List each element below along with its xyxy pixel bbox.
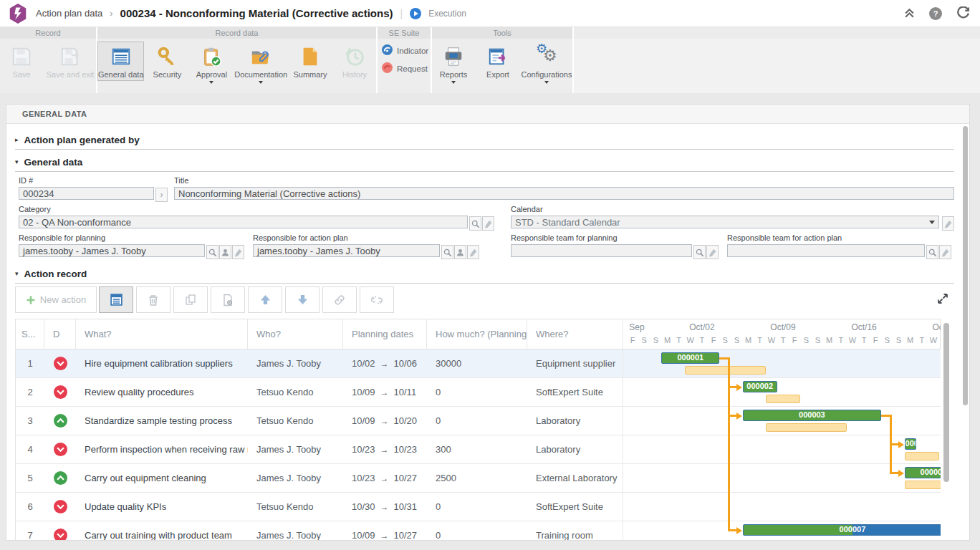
gantt-scrollbar[interactable] bbox=[943, 323, 949, 482]
gantt-bar-000001[interactable]: 000001 bbox=[661, 352, 719, 364]
id-input[interactable]: 000234 bbox=[19, 187, 154, 200]
column-header-d[interactable]: D bbox=[44, 319, 76, 349]
date-arrow-icon: → bbox=[380, 502, 389, 512]
ribbon-section-record-label: Record bbox=[0, 27, 96, 39]
collapse-header-icon[interactable] bbox=[904, 8, 915, 19]
responsible-team-for-action-plan-input[interactable] bbox=[727, 244, 925, 257]
status-icon-up bbox=[54, 471, 67, 485]
column-header-planningdates[interactable]: Planning dates bbox=[343, 319, 427, 349]
gantt-day-letter: S bbox=[638, 336, 650, 344]
category-input[interactable]: 02 - QA Non-conformance bbox=[19, 216, 468, 228]
reports-button[interactable]: Reports bbox=[432, 42, 475, 86]
save-button[interactable]: Save bbox=[0, 42, 43, 81]
cell-who: James J. Tooby bbox=[248, 435, 343, 463]
expand-gantt-icon[interactable] bbox=[936, 292, 949, 308]
gantt-day-letter: W bbox=[685, 336, 696, 344]
gantt-bar-000007[interactable]: 000007 bbox=[743, 524, 941, 536]
column-header-howmuchplanning[interactable]: How much? (Planning) bbox=[427, 319, 527, 349]
cell-status bbox=[44, 521, 76, 541]
request-button[interactable]: Request bbox=[382, 62, 428, 74]
section-general-data[interactable]: ▾ General data bbox=[15, 153, 954, 172]
datagrid-view-button[interactable] bbox=[99, 286, 133, 313]
copy-action-button[interactable] bbox=[173, 286, 208, 313]
indicator-button[interactable]: Indicator bbox=[382, 44, 428, 57]
arrow-up-icon bbox=[259, 294, 272, 306]
cell-who: Tetsuo Kendo bbox=[248, 407, 343, 435]
summary-tab[interactable]: Summary bbox=[289, 42, 332, 81]
gantt-bar-000005[interactable]: 000005 bbox=[905, 467, 941, 478]
new-action-button[interactable]: New action bbox=[15, 286, 97, 313]
resp-action-plan-user-icon[interactable] bbox=[454, 245, 466, 259]
move-down-button[interactable] bbox=[285, 286, 320, 313]
refresh-icon[interactable] bbox=[956, 6, 970, 20]
category-search-icon[interactable] bbox=[469, 216, 481, 231]
cell-sequence: 7 bbox=[16, 521, 44, 541]
gantt-day-letter: T bbox=[777, 336, 789, 344]
approval-tab[interactable]: Approval bbox=[190, 42, 233, 86]
calendar-select[interactable]: STD - Standard Calendar bbox=[511, 216, 939, 228]
approval-caret-icon bbox=[209, 81, 213, 84]
section-action-record[interactable]: ▾ Action record bbox=[15, 264, 954, 284]
gantt-link-arrow-icon bbox=[898, 441, 904, 448]
expanded-triangle-icon: ▾ bbox=[15, 158, 19, 165]
team-action-plan-search-icon[interactable] bbox=[926, 245, 938, 259]
move-up-button[interactable] bbox=[248, 286, 282, 313]
id-open-button[interactable]: › bbox=[155, 188, 168, 202]
resp-planning-user-icon[interactable] bbox=[219, 245, 231, 259]
unlink-actions-button[interactable] bbox=[360, 286, 394, 313]
title-input[interactable]: Nonconforming Material (Corrective actio… bbox=[174, 187, 954, 200]
gantt-bar-000004[interactable]: 000004 bbox=[905, 438, 916, 450]
cell-how-much: 0 bbox=[427, 521, 527, 541]
general-data-tab[interactable]: General data bbox=[97, 42, 144, 81]
column-header-who[interactable]: Who? bbox=[248, 319, 343, 349]
column-header-s[interactable]: S... bbox=[16, 319, 44, 349]
responsible-team-for-action-plan-field: Responsible team for action plan bbox=[727, 233, 925, 257]
cell-planning-dates: 10/09→10/11 bbox=[343, 378, 427, 406]
gantt-day-letter: S bbox=[650, 336, 661, 344]
save-and-exit-button[interactable]: Save and exit bbox=[44, 42, 96, 81]
resp-action-plan-search-icon[interactable] bbox=[441, 245, 453, 259]
section-title: Action record bbox=[24, 269, 87, 279]
link-actions-button[interactable] bbox=[322, 286, 357, 313]
column-header-what[interactable]: What? bbox=[76, 319, 248, 349]
page-scrollbar[interactable] bbox=[963, 126, 968, 405]
security-tab[interactable]: Security bbox=[145, 42, 188, 81]
responsible-for-action-plan-input[interactable]: james.tooby - James J. Tooby bbox=[253, 244, 440, 257]
expanded-triangle-icon: ▾ bbox=[15, 270, 19, 277]
help-icon[interactable]: ? bbox=[929, 7, 942, 20]
status-icon-down bbox=[54, 357, 67, 370]
column-header-where[interactable]: Where? bbox=[527, 319, 623, 349]
gantt-day-letter: T bbox=[696, 336, 708, 344]
team-planning-clear-icon[interactable] bbox=[706, 245, 719, 259]
execution-play-icon bbox=[410, 8, 421, 19]
configurations-button[interactable]: ⚙ ⚙ Configurations bbox=[521, 42, 572, 86]
ribbon-section-record-data-label: Record data bbox=[97, 27, 376, 39]
section-action-plan-generated-by[interactable]: ▸ Action plan generated by bbox=[15, 130, 954, 150]
resp-planning-search-icon[interactable] bbox=[206, 245, 218, 259]
resp-planning-clear-icon[interactable] bbox=[232, 245, 244, 259]
responsible-for-planning-input[interactable]: james.tooby - James J. Tooby bbox=[19, 244, 205, 257]
cell-what: Update quality KPIs bbox=[76, 493, 248, 521]
gantt-link-arrow-icon bbox=[736, 412, 742, 420]
team-planning-search-icon[interactable] bbox=[693, 245, 706, 259]
action-data-button[interactable] bbox=[211, 286, 245, 313]
cell-what: Carry out equipment cleaning bbox=[76, 464, 248, 492]
resp-action-plan-clear-icon[interactable] bbox=[467, 245, 479, 259]
save-icon bbox=[11, 45, 32, 68]
gantt-day-letter: T bbox=[673, 336, 685, 344]
delete-action-button[interactable] bbox=[136, 286, 170, 313]
responsible-team-for-planning-input[interactable] bbox=[511, 244, 692, 257]
history-tab[interactable]: History bbox=[333, 42, 376, 81]
breadcrumb[interactable]: Action plan data bbox=[36, 8, 102, 19]
gantt-bar-000002[interactable]: 000002 bbox=[743, 381, 777, 392]
content-panel: GENERAL DATA ▸ Action plan generated by … bbox=[6, 104, 970, 541]
cell-sequence: 3 bbox=[16, 407, 44, 435]
calendar-clear-icon[interactable] bbox=[942, 216, 954, 231]
gantt-link-arrow-icon bbox=[736, 384, 742, 391]
configurations-caret-icon bbox=[544, 81, 549, 84]
category-clear-icon[interactable] bbox=[482, 216, 494, 231]
gantt-bar-000003[interactable]: 000003 bbox=[743, 410, 882, 421]
documentation-tab[interactable]: Documentation bbox=[234, 42, 287, 86]
team-action-plan-clear-icon[interactable] bbox=[939, 245, 951, 259]
export-button[interactable]: Export bbox=[476, 42, 519, 81]
